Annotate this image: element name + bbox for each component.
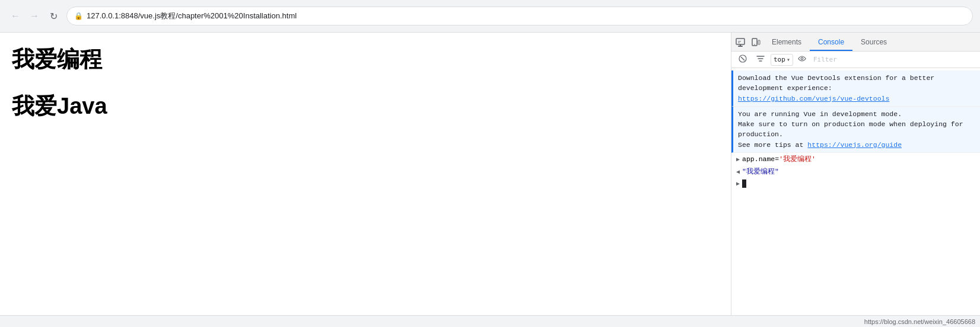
- forward-button[interactable]: →: [26, 8, 43, 24]
- console-expression-1: ▶ app.name='我爱编程': [731, 153, 980, 165]
- status-bar: https://blog.csdn.net/weixin_46605668: [0, 315, 980, 327]
- device-toggle-button[interactable]: [748, 36, 763, 51]
- console-filter-button[interactable]: [753, 52, 768, 68]
- console-output: Download the Vue Devtools extension for …: [731, 68, 980, 327]
- nav-buttons: ← → ↻: [7, 8, 62, 24]
- expression-string-red: '我爱编程': [779, 155, 816, 163]
- address-bar[interactable]: 🔒 127.0.0.1:8848/vue.js教程/chapter%2001%2…: [66, 7, 973, 25]
- expression-output-1: "我爱编程": [742, 167, 779, 176]
- page-content: 我爱编程 我爱Java: [0, 33, 731, 327]
- expand-icon-1[interactable]: ▶: [736, 156, 740, 163]
- console-message-devtools: Download the Vue Devtools extension for …: [731, 70, 980, 107]
- svg-rect-2: [740, 44, 741, 46]
- console-message-devmode: You are running Vue in development mode.…: [731, 107, 980, 153]
- inspect-element-button[interactable]: [733, 36, 748, 51]
- heading-1: 我爱编程: [12, 44, 719, 75]
- vuejs-guide-link[interactable]: https://vuejs.org/guide: [807, 141, 902, 149]
- browser-chrome: ← → ↻ 🔒 127.0.0.1:8848/vue.js教程/chapter%…: [0, 0, 980, 33]
- expression-input-1: app.name='我爱编程': [742, 155, 816, 164]
- vue-devtools-link[interactable]: https://github.com/vuejs/vue-devtools: [738, 95, 889, 102]
- refresh-button[interactable]: ↻: [45, 8, 62, 24]
- status-url: https://blog.csdn.net/weixin_46605668: [864, 318, 975, 325]
- console-cursor: [742, 179, 746, 188]
- lock-icon: 🔒: [74, 12, 83, 20]
- back-button[interactable]: ←: [7, 8, 24, 24]
- svg-line-9: [741, 57, 744, 60]
- refresh-icon: ↻: [50, 11, 58, 22]
- inspect-icon: [736, 38, 745, 49]
- clear-icon: [739, 54, 747, 65]
- caret-icon: ▶: [736, 180, 740, 187]
- svg-rect-4: [738, 42, 740, 43]
- url-text: 127.0.0.1:8848/vue.js教程/chapter%2001%20I…: [87, 11, 297, 21]
- context-label: top: [774, 56, 785, 63]
- svg-rect-6: [758, 40, 760, 44]
- filter-placeholder: Filter: [813, 56, 837, 63]
- console-toolbar: top ▾ Filter: [731, 52, 980, 68]
- devtools-panel: Elements Console Sources: [731, 33, 980, 327]
- svg-point-10: [801, 57, 803, 60]
- tab-sources[interactable]: Sources: [852, 33, 895, 51]
- collapse-icon-1[interactable]: ◀: [736, 168, 740, 175]
- heading-2: 我爱Java: [12, 91, 719, 121]
- console-output-1: ◀ "我爱编程": [731, 165, 980, 178]
- main-layout: 我爱编程 我爱Java: [0, 33, 980, 327]
- svg-rect-3: [738, 41, 741, 42]
- filter-icon: [756, 54, 765, 65]
- svg-point-7: [754, 44, 755, 45]
- chevron-down-icon: ▾: [787, 56, 790, 63]
- console-message-text-1: Download the Vue Devtools extension for …: [738, 74, 934, 92]
- forward-icon: →: [30, 11, 39, 21]
- console-input-line: ▶: [731, 178, 980, 190]
- back-icon: ←: [11, 11, 20, 21]
- context-selector[interactable]: top ▾: [771, 54, 793, 66]
- eye-button[interactable]: [796, 53, 809, 66]
- tab-console[interactable]: Console: [810, 33, 852, 51]
- device-icon: [751, 38, 761, 49]
- console-clear-button[interactable]: [735, 52, 750, 68]
- eye-icon: [798, 55, 806, 64]
- svg-rect-1: [738, 46, 743, 47]
- tab-elements[interactable]: Elements: [763, 33, 810, 51]
- devtools-tabs: Elements Console Sources: [731, 33, 980, 52]
